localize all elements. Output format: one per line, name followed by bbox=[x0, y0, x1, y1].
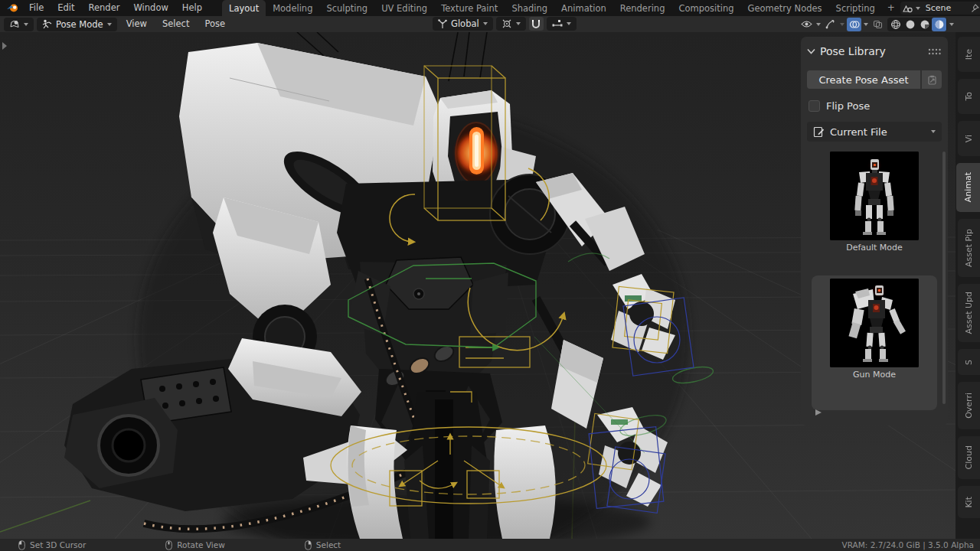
mouse-middle-icon bbox=[165, 540, 172, 550]
flip-pose-checkbox[interactable] bbox=[808, 100, 820, 112]
sidebar-tab-tool[interactable]: To bbox=[958, 79, 980, 114]
status-bar: Set 3D Cursor Rotate View Select VRAM: 2… bbox=[0, 539, 980, 551]
expand-right-icon bbox=[2, 41, 8, 51]
scene-icon bbox=[903, 4, 913, 13]
viewport-3d[interactable]: Pose Library Create Pose Asset bbox=[0, 32, 956, 539]
panel-scrollbar[interactable] bbox=[942, 152, 946, 404]
overlays-icon bbox=[849, 20, 860, 29]
workspace-tab-layout[interactable]: Layout bbox=[222, 0, 266, 16]
tab-label: Overri bbox=[964, 393, 974, 419]
visibility-chevron[interactable] bbox=[816, 23, 821, 26]
object-visibility-button[interactable] bbox=[799, 18, 814, 31]
library-source-label: Current File bbox=[830, 126, 926, 138]
mode-selector[interactable]: Pose Mode bbox=[37, 18, 117, 31]
pose-library-panel: Pose Library Create Pose Asset bbox=[801, 37, 948, 425]
pivot-chevron bbox=[516, 22, 521, 25]
sidebar-tab-overrides[interactable]: Overri bbox=[958, 382, 980, 429]
pin-scene-button[interactable] bbox=[969, 2, 980, 14]
mouse-left-icon bbox=[18, 540, 25, 550]
sidebar-tab-s[interactable]: S bbox=[958, 349, 980, 375]
overlays-toggle-button[interactable] bbox=[847, 18, 861, 31]
editor-type-button[interactable] bbox=[4, 18, 34, 31]
workspace-tab-uv-editing[interactable]: UV Editing bbox=[374, 0, 434, 16]
workspace-tab-rendering[interactable]: Rendering bbox=[613, 0, 672, 16]
shading-rendered-button[interactable] bbox=[932, 18, 946, 31]
hint-rotate-view: Rotate View bbox=[165, 540, 225, 550]
create-pose-asset-button[interactable]: Create Pose Asset bbox=[807, 70, 920, 89]
panel-collapse-chevron-icon bbox=[807, 48, 815, 54]
gizmos-chevron[interactable] bbox=[840, 23, 844, 26]
orientation-chevron bbox=[483, 22, 488, 25]
shading-material-button[interactable] bbox=[917, 18, 932, 31]
gizmo-icon bbox=[825, 19, 836, 29]
hint-label: Select bbox=[316, 540, 341, 549]
hint-set-3d-cursor: Set 3D Cursor bbox=[18, 540, 86, 550]
workspace-tab-shading[interactable]: Shading bbox=[505, 0, 554, 16]
panel-more-arrow[interactable] bbox=[815, 409, 822, 416]
workspace-tab-animation[interactable]: Animation bbox=[554, 0, 613, 16]
orientation-icon bbox=[438, 19, 447, 29]
overlays-chevron[interactable] bbox=[864, 23, 868, 26]
pose-asset-options-button[interactable] bbox=[922, 70, 942, 89]
sidebar-tab-column: Ite To Vi Animat Asset Pip Asset Upd S O… bbox=[956, 32, 980, 539]
sidebar-tab-animation[interactable]: Animat bbox=[956, 163, 980, 212]
snap-toggle-button[interactable] bbox=[529, 17, 544, 31]
editor-type-chevron bbox=[24, 23, 28, 26]
magnet-icon bbox=[531, 19, 541, 29]
gizmos-toggle-button[interactable] bbox=[823, 18, 838, 31]
pose-library-source-dropdown[interactable]: Current File bbox=[807, 122, 942, 142]
pivot-point-icon bbox=[501, 18, 512, 29]
vram-version-status: VRAM: 2.7/24.0 GiB | 3.5.0 Alpha bbox=[841, 540, 980, 549]
workspace-tab-geometry-nodes[interactable]: Geometry Nodes bbox=[741, 0, 829, 16]
pose-mode-icon bbox=[42, 19, 52, 29]
sidebar-tab-asset-pipeline[interactable]: Asset Pip bbox=[958, 219, 980, 277]
toolbar-expand-arrow[interactable] bbox=[2, 41, 8, 51]
menu-render[interactable]: Render bbox=[83, 0, 126, 16]
sidebar-tab-cloud[interactable]: Cloud bbox=[958, 436, 980, 479]
pose-asset-gun-mode[interactable]: Gun Mode bbox=[812, 276, 937, 410]
menu-select[interactable]: Select bbox=[156, 16, 195, 32]
shading-solid-button[interactable] bbox=[903, 18, 917, 31]
pin-icon bbox=[971, 4, 979, 12]
workspace-tab-sculpting[interactable]: Sculpting bbox=[319, 0, 374, 16]
solid-shading-icon bbox=[905, 19, 916, 30]
menu-view[interactable]: View bbox=[120, 16, 153, 32]
menu-pose[interactable]: Pose bbox=[198, 16, 231, 32]
pivot-point-selector[interactable] bbox=[496, 17, 526, 31]
sidebar-tab-view[interactable]: Vi bbox=[958, 121, 980, 156]
topbar: File Edit Render Window Help Layout Mode… bbox=[0, 0, 980, 16]
pose-library-header[interactable]: Pose Library bbox=[807, 43, 942, 60]
workspace-tabs: Layout Modeling Sculpting UV Editing Tex… bbox=[222, 0, 900, 16]
rendered-shading-icon bbox=[934, 19, 945, 30]
blender-logo-icon[interactable] bbox=[5, 2, 20, 15]
tab-label: S bbox=[964, 360, 974, 365]
xray-toggle-button[interactable] bbox=[871, 18, 885, 31]
menu-window[interactable]: Window bbox=[127, 0, 174, 16]
scene-selector[interactable]: Scene ✕ bbox=[900, 2, 980, 15]
sidebar-tab-kit[interactable]: Kit bbox=[958, 486, 980, 518]
workspace-tab-texture-paint[interactable]: Texture Paint bbox=[434, 0, 505, 16]
transform-orientation-selector[interactable]: Global bbox=[433, 17, 493, 31]
proportional-editing-selector[interactable] bbox=[547, 17, 577, 31]
shading-options-chevron[interactable] bbox=[949, 23, 954, 26]
menu-file[interactable]: File bbox=[23, 0, 50, 16]
add-workspace-button[interactable]: + bbox=[882, 0, 900, 16]
workspace-tab-modeling[interactable]: Modeling bbox=[266, 0, 319, 16]
shading-wireframe-button[interactable] bbox=[888, 18, 903, 31]
library-source-chevron bbox=[931, 130, 936, 133]
editor-3d-viewport-icon bbox=[9, 19, 20, 29]
workspace-tab-compositing[interactable]: Compositing bbox=[671, 0, 740, 16]
sidebar-tab-item[interactable]: Ite bbox=[958, 37, 980, 72]
tab-label: Vi bbox=[964, 135, 974, 142]
sidebar-tab-asset-update[interactable]: Asset Upd bbox=[958, 284, 980, 342]
pose-asset-label: Gun Mode bbox=[812, 370, 937, 380]
hint-label: Set 3D Cursor bbox=[30, 540, 86, 549]
menu-edit[interactable]: Edit bbox=[51, 0, 80, 16]
pose-asset-default-mode[interactable]: Default Mode bbox=[807, 152, 942, 253]
blender-window: File Edit Render Window Help Layout Mode… bbox=[0, 0, 980, 551]
panel-drag-handle-icon[interactable] bbox=[928, 48, 942, 55]
workspace-tab-scripting[interactable]: Scripting bbox=[829, 0, 882, 16]
topbar-menus: File Edit Render Window Help bbox=[0, 0, 208, 16]
menu-help[interactable]: Help bbox=[176, 0, 208, 16]
current-file-icon bbox=[813, 126, 825, 138]
